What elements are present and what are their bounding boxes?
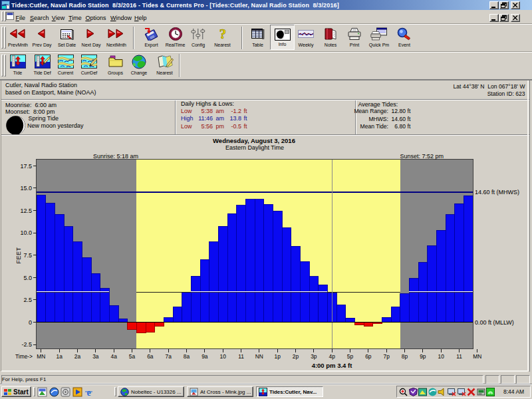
- svg-text:10: 10: [220, 353, 227, 360]
- svg-text:8p: 8p: [402, 353, 408, 360]
- svg-text:9p: 9p: [420, 353, 426, 360]
- svg-text:e: e: [86, 388, 90, 398]
- svg-text:5.0: 5.0: [23, 275, 32, 281]
- svg-text:14.60 ft (MHWS): 14.60 ft (MHWS): [475, 189, 519, 196]
- svg-text:11: 11: [456, 353, 462, 360]
- svg-text:Sunrise: 5:18 am: Sunrise: 5:18 am: [93, 153, 138, 160]
- svg-text:8a: 8a: [184, 353, 190, 360]
- svg-text:Wednesday, August 3, 2016: Wednesday, August 3, 2016: [213, 137, 295, 144]
- svg-text:10: 10: [438, 353, 445, 360]
- svg-text:12.5: 12.5: [20, 207, 32, 214]
- svg-text:4a: 4a: [111, 353, 118, 360]
- svg-text:1p: 1p: [275, 353, 281, 360]
- svg-text:4:00 pm 3.4 ft: 4:00 pm 3.4 ft: [312, 362, 353, 369]
- svg-text:FEET: FEET: [15, 247, 22, 263]
- svg-text:11: 11: [238, 353, 244, 360]
- svg-text:5a: 5a: [129, 353, 136, 360]
- svg-text:15.0: 15.0: [20, 185, 32, 192]
- svg-text:7.5: 7.5: [23, 252, 32, 259]
- svg-text:NN: NN: [255, 353, 263, 360]
- svg-text:2a: 2a: [74, 353, 81, 360]
- svg-text:10.0: 10.0: [20, 229, 32, 236]
- svg-text:-2.5: -2.5: [21, 341, 32, 348]
- svg-text:2p: 2p: [293, 353, 299, 360]
- svg-text:MN: MN: [37, 353, 45, 360]
- svg-text:Time->: Time->: [15, 353, 33, 360]
- svg-text:6a: 6a: [147, 353, 154, 360]
- svg-text:7a: 7a: [166, 353, 172, 360]
- svg-text:9a: 9a: [201, 353, 208, 360]
- svg-text:3a: 3a: [92, 353, 99, 360]
- svg-text:3p: 3p: [311, 353, 317, 360]
- svg-text:0: 0: [29, 319, 32, 326]
- svg-text:5p: 5p: [347, 353, 354, 360]
- svg-text:MN: MN: [473, 353, 481, 360]
- svg-text:?: ?: [219, 27, 226, 41]
- svg-text:7p: 7p: [384, 353, 390, 360]
- svg-text:6p: 6p: [365, 353, 372, 360]
- svg-text:4p: 4p: [329, 353, 336, 360]
- svg-text:1a: 1a: [57, 353, 63, 360]
- svg-text:17.5: 17.5: [20, 163, 32, 170]
- svg-text:0.00 ft (MLLW): 0.00 ft (MLLW): [475, 319, 514, 326]
- svg-text:Eastern Daylight Time: Eastern Daylight Time: [225, 144, 284, 151]
- svg-text:2.5: 2.5: [23, 297, 32, 303]
- svg-text:Sunset: 7:52 pm: Sunset: 7:52 pm: [400, 153, 444, 160]
